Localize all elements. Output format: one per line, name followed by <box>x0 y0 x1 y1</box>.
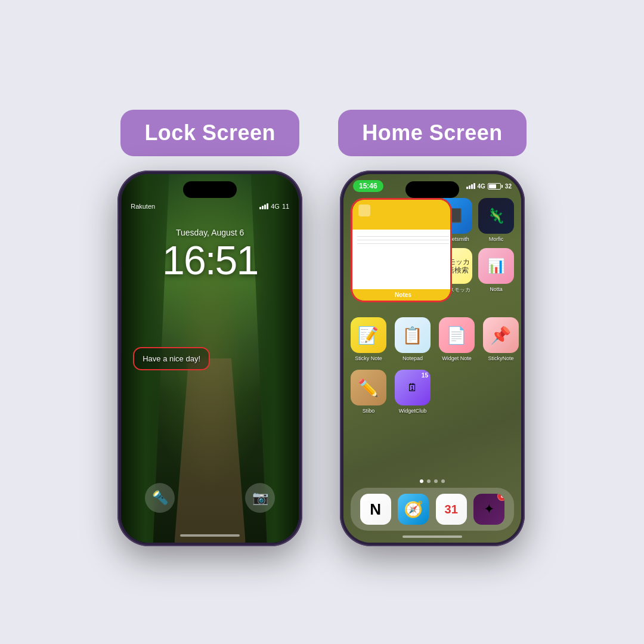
app-stibo[interactable]: ✏️ <box>351 370 386 405</box>
notion-icon: N <box>370 500 381 519</box>
home-battery <box>488 183 503 190</box>
widgetclub-icon: 🗓 <box>407 382 418 394</box>
lock-widget-text: Have a nice day! <box>143 354 200 363</box>
notes-line-1 <box>357 236 449 237</box>
app-stickynote2-label: StickyNote <box>488 355 513 361</box>
app-sticky-note-label: Sticky Note <box>355 355 382 361</box>
calendar-icon: 31 <box>445 503 458 516</box>
app-morfic-label: Morfic <box>489 236 504 242</box>
battery-body <box>488 183 501 190</box>
lock-widget[interactable]: Have a nice day! <box>133 347 210 370</box>
dock-slack-wrap: ✦ 6 <box>473 494 504 525</box>
stibo-icon: ✏️ <box>358 378 379 398</box>
app-widget-note[interactable]: 📄 <box>439 317 475 353</box>
camera-icon: 📷 <box>252 490 268 506</box>
home-status-icons: 4G 32 <box>466 183 512 190</box>
app-stickynote2-wrap: 📌 StickyNote <box>483 317 519 361</box>
app-stibo-label: Stibo <box>363 408 375 414</box>
home-screen-inner: 15:46 4G <box>343 174 521 543</box>
home-battery-pct: 32 <box>505 183 512 190</box>
dock-safari[interactable]: 🧭 <box>398 494 429 525</box>
notes-widget-label: Notes <box>352 289 452 301</box>
dock-slack[interactable]: ✦ 6 <box>473 494 504 525</box>
dock: N 🧭 31 <box>351 488 514 531</box>
notes-widget-top <box>352 200 452 230</box>
lock-signal-bars <box>259 203 268 209</box>
notes-widget-area: Notes <box>351 198 452 302</box>
signal-bar-1 <box>259 207 261 209</box>
home-signal-bars <box>466 183 475 189</box>
app-notepad-wrap: 📋 Notepad <box>395 317 431 361</box>
home-screen-section: Home Screen 15:46 <box>338 110 527 546</box>
home-screen-phone: 15:46 4G <box>340 171 525 546</box>
notes-widget[interactable]: Notes <box>352 200 452 301</box>
lock-carrier: Rakuten <box>131 203 155 210</box>
dynamic-island-lock <box>183 181 237 198</box>
morfic-icon: 🦎 <box>487 208 505 224</box>
home-time-pill: 15:46 <box>353 180 383 192</box>
page-dot-4 <box>441 479 445 483</box>
notes-icon <box>358 205 370 216</box>
signal-bar-3 <box>264 205 266 209</box>
lock-camera-button[interactable]: 📷 <box>245 483 275 513</box>
app-widgetclub-wrap: 🗓 15 WidgetClub <box>395 370 431 414</box>
lock-flashlight-button[interactable]: 🔦 <box>145 483 175 513</box>
app-sticky-note-wrap: 📝 Sticky Note <box>351 317 386 361</box>
lock-time-section: Tuesday, August 6 16:51 <box>121 228 299 280</box>
lock-home-indicator <box>180 534 240 537</box>
home-signal-1 <box>466 187 468 189</box>
app-morfic[interactable]: 🦎 <box>478 198 514 234</box>
app-notepad[interactable]: 📋 <box>395 317 431 353</box>
battery-tip <box>501 185 503 188</box>
home-indicator <box>402 535 462 538</box>
widget-note-icon: 📄 <box>446 326 467 345</box>
lock-screen-display: Rakuten 4G 11 <box>121 174 299 543</box>
home-status-bar: 15:46 4G <box>353 180 512 192</box>
dock-notion[interactable]: N <box>360 494 391 525</box>
main-container: Lock Screen Rakuten <box>117 98 527 546</box>
notepad-icon: 📋 <box>402 326 423 345</box>
app-stickynote2[interactable]: 📌 <box>483 317 519 353</box>
lock-status-bar: Rakuten 4G 11 <box>131 203 289 210</box>
page-dot-3 <box>434 479 438 483</box>
notes-spacer <box>357 247 449 271</box>
notes-widget-highlight[interactable]: Notes <box>351 198 452 302</box>
lock-screen-section: Lock Screen Rakuten <box>117 110 302 546</box>
app-stibo-wrap: ✏️ Stibo <box>351 370 386 414</box>
widgetclub-number: 15 <box>422 372 428 379</box>
page-dot-1 <box>420 479 423 483</box>
app-widget-note-label: Widget Note <box>442 355 472 361</box>
slack-icon: ✦ <box>484 501 494 517</box>
app-notta[interactable]: 📊 <box>478 248 514 284</box>
lock-status-right: 4G 11 <box>259 203 289 210</box>
dock-notion-wrap: N <box>360 494 391 525</box>
app-sticky-note[interactable]: 📝 <box>351 317 386 353</box>
dock-safari-wrap: 🧭 <box>398 494 429 525</box>
sticky-note-icon: 📝 <box>358 326 379 345</box>
slack-badge: 6 <box>497 494 504 501</box>
app-widgetclub[interactable]: 🗓 15 <box>395 370 431 405</box>
lock-battery: 11 <box>282 203 289 210</box>
home-network: 4G <box>478 183 485 190</box>
notes-widget-body <box>352 230 452 289</box>
lock-date: Tuesday, August 6 <box>121 228 299 237</box>
dock-calendar-wrap: 31 <box>436 494 467 525</box>
page-dots <box>420 479 445 483</box>
signal-bar-2 <box>262 206 264 209</box>
home-signal-4 <box>473 183 475 189</box>
page-dot-2 <box>427 479 431 483</box>
lock-network: 4G <box>271 203 280 210</box>
home-signal-2 <box>469 185 470 189</box>
app-notepad-label: Notepad <box>402 355 423 361</box>
app-grid: 📝 Sticky Note 📋 Notepad 📄 <box>351 317 514 414</box>
battery-fill <box>489 184 496 188</box>
app-morfic-wrap: 🦎 Morfic <box>478 198 514 242</box>
lock-screen-phone: Rakuten 4G 11 <box>117 171 302 546</box>
flashlight-icon: 🔦 <box>152 490 168 506</box>
app-notta-wrap: 📊 Notta <box>478 248 514 294</box>
lock-time: 16:51 <box>121 240 299 280</box>
app-widgetclub-label: WidgetClub <box>399 408 427 414</box>
notta-icon: 📊 <box>487 258 505 274</box>
dock-calendar[interactable]: 31 <box>436 494 467 525</box>
notes-line-3 <box>357 243 449 244</box>
